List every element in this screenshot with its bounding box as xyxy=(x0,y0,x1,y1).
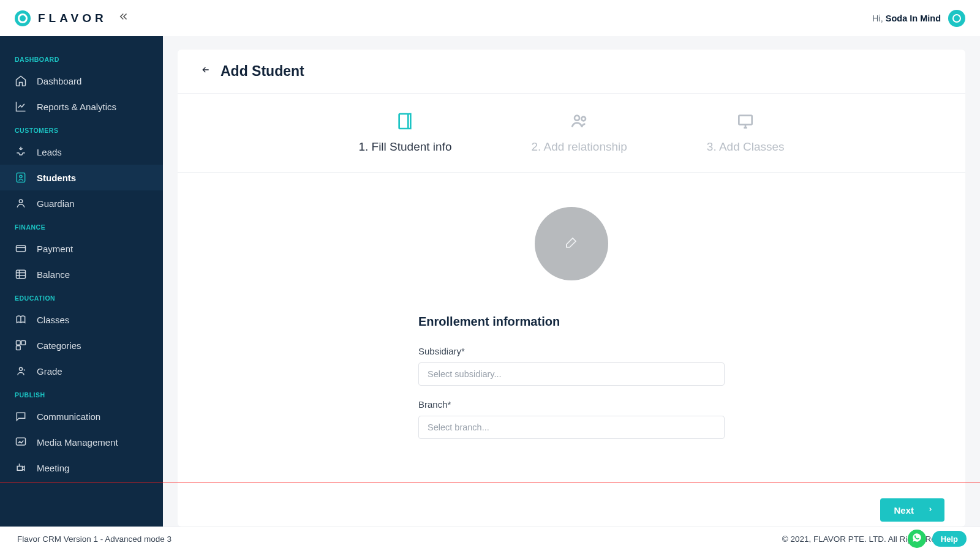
sidebar-item-grade[interactable]: Grade xyxy=(0,358,163,384)
svg-rect-3 xyxy=(17,246,26,252)
sidebar-item-categories[interactable]: Categories xyxy=(0,332,163,358)
leads-icon xyxy=(15,146,27,158)
sidebar-item-communication[interactable]: Communication xyxy=(0,403,163,429)
students-icon xyxy=(15,171,27,184)
nav-label: Classes xyxy=(37,315,69,325)
card: Add Student 1. Fill Student info 2. Add … xyxy=(178,50,965,527)
main: Add Student 1. Fill Student info 2. Add … xyxy=(163,36,980,527)
sidebar-item-reports[interactable]: Reports & Analytics xyxy=(0,94,163,119)
chevron-right-icon xyxy=(927,506,933,514)
nav-label: Categories xyxy=(37,340,81,351)
svg-point-2 xyxy=(19,200,22,203)
classes-step-icon xyxy=(735,111,756,132)
sidebar-item-students[interactable]: Students xyxy=(0,165,163,190)
communication-icon xyxy=(15,410,27,422)
classes-icon xyxy=(15,313,27,326)
meeting-icon xyxy=(15,462,27,474)
svg-rect-13 xyxy=(739,116,752,125)
avatar[interactable] xyxy=(948,10,965,27)
footer: Flavor CRM Version 1 - Advanced mode 3 ©… xyxy=(0,527,980,551)
floating-actions: Help xyxy=(908,530,967,548)
card-body: Enrollement information Subsidiary* Sele… xyxy=(178,173,965,527)
logo-text: FLAVOR xyxy=(38,12,107,25)
step-label: 1. Fill Student info xyxy=(358,140,451,154)
subsidiary-select[interactable]: Select subsidiary... xyxy=(418,362,725,386)
nav-label: Students xyxy=(37,173,76,183)
relationship-icon xyxy=(569,111,590,132)
sidebar-item-payment[interactable]: Payment xyxy=(0,236,163,261)
edit-icon xyxy=(564,235,579,252)
sidebar-item-meeting[interactable]: Meeting xyxy=(0,455,163,481)
branch-select[interactable]: Select branch... xyxy=(418,416,725,439)
nav-section-finance: FINANCE xyxy=(0,216,163,236)
student-info-icon xyxy=(394,111,415,132)
nav-label: Payment xyxy=(37,244,73,254)
payment-icon xyxy=(15,242,27,255)
step-fill-student-info[interactable]: 1. Fill Student info xyxy=(358,111,451,154)
field-label: Subsidiary* xyxy=(418,346,725,356)
sidebar-item-balance[interactable]: Balance xyxy=(0,261,163,287)
nav-label: Leads xyxy=(37,147,62,157)
nav-label: Communication xyxy=(37,411,100,422)
nav-label: Grade xyxy=(37,366,62,377)
photo-upload[interactable] xyxy=(535,207,608,280)
step-label: 2. Add relationship xyxy=(532,140,627,154)
nav-label: Reports & Analytics xyxy=(37,102,116,112)
nav-section-education: EDUCATION xyxy=(0,287,163,307)
sidebar-collapse-icon[interactable] xyxy=(118,11,129,25)
whatsapp-button[interactable] xyxy=(908,530,926,548)
grade-icon xyxy=(15,365,27,377)
stepper: 1. Fill Student info 2. Add relationship… xyxy=(178,94,965,173)
sidebar-item-dashboard[interactable]: Dashboard xyxy=(0,68,163,94)
nav-label: Dashboard xyxy=(37,76,81,86)
section-heading: Enrollement information xyxy=(418,315,725,329)
svg-point-12 xyxy=(581,117,586,121)
next-button[interactable]: Next xyxy=(880,498,944,522)
help-button[interactable]: Help xyxy=(932,531,967,547)
logo-icon xyxy=(15,10,31,26)
user-greeting: Hi, Soda In Mind xyxy=(872,13,941,23)
home-icon xyxy=(15,75,27,87)
nav-label: Guardian xyxy=(37,198,75,209)
sidebar-item-guardian[interactable]: Guardian xyxy=(0,190,163,216)
whatsapp-icon xyxy=(912,533,922,545)
nav-label: Meeting xyxy=(37,463,69,473)
analytics-icon xyxy=(15,100,27,113)
sidebar-item-media[interactable]: Media Management xyxy=(0,429,163,455)
card-header: Add Student xyxy=(178,50,965,94)
step-add-relationship[interactable]: 2. Add relationship xyxy=(532,111,627,154)
svg-rect-10 xyxy=(399,114,409,129)
page-title: Add Student xyxy=(221,63,304,80)
step-add-classes[interactable]: 3. Add Classes xyxy=(707,111,785,154)
step-label: 3. Add Classes xyxy=(707,140,785,154)
nav-section-customers: CUSTOMERS xyxy=(0,119,163,139)
svg-point-1 xyxy=(20,175,22,178)
svg-rect-4 xyxy=(17,270,26,278)
back-arrow-icon[interactable] xyxy=(200,65,212,78)
next-button-label: Next xyxy=(894,505,914,515)
nav-label: Media Management xyxy=(37,437,118,448)
svg-rect-9 xyxy=(17,438,26,445)
balance-icon xyxy=(15,268,27,280)
nav-label: Balance xyxy=(37,269,70,280)
svg-rect-5 xyxy=(17,341,21,345)
sidebar-item-classes[interactable]: Classes xyxy=(0,307,163,332)
media-icon xyxy=(15,436,27,448)
field-branch: Branch* Select branch... xyxy=(418,399,725,439)
field-subsidiary: Subsidiary* Select subsidiary... xyxy=(418,346,725,386)
footer-version: Flavor CRM Version 1 - Advanced mode 3 xyxy=(17,534,172,544)
svg-rect-6 xyxy=(21,341,26,345)
logo[interactable]: FLAVOR xyxy=(15,10,107,26)
form-section: Enrollement information Subsidiary* Sele… xyxy=(418,315,725,452)
svg-point-8 xyxy=(20,367,23,370)
topbar: FLAVOR Hi, Soda In Mind xyxy=(0,0,980,36)
guardian-icon xyxy=(15,197,27,209)
sidebar: DASHBOARD Dashboard Reports & Analytics … xyxy=(0,36,163,527)
sidebar-item-leads[interactable]: Leads xyxy=(0,139,163,165)
nav-section-dashboard: DASHBOARD xyxy=(0,48,163,68)
svg-rect-7 xyxy=(17,346,21,350)
field-label: Branch* xyxy=(418,399,725,410)
nav-section-publish: PUBLISH xyxy=(0,384,163,403)
svg-point-11 xyxy=(575,116,579,121)
categories-icon xyxy=(15,339,27,351)
